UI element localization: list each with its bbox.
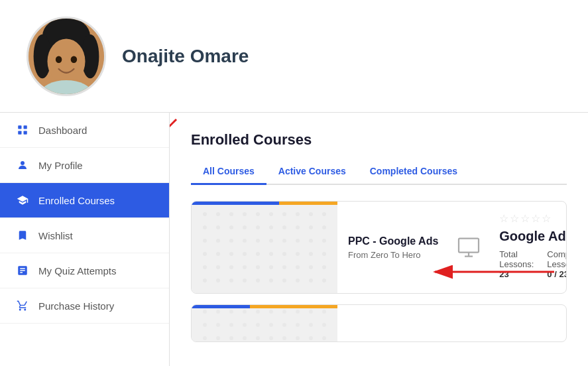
star-5: ☆ bbox=[542, 212, 551, 225]
total-lessons: Total Lessons: 23 bbox=[499, 249, 534, 279]
svg-rect-8 bbox=[18, 125, 21, 129]
grid-icon bbox=[16, 123, 29, 137]
svg-point-7 bbox=[71, 56, 78, 62]
svg-point-4 bbox=[48, 38, 86, 84]
course-name-right: Google Ads bbox=[499, 229, 567, 244]
tab-active-courses[interactable]: Active Courses bbox=[266, 159, 358, 185]
svg-point-12 bbox=[21, 161, 25, 165]
avatar bbox=[27, 17, 106, 96]
sidebar-item-label: Enrolled Courses bbox=[38, 195, 115, 206]
course-meta: Total Lessons: 23 Completed Lessons: 0 /… bbox=[499, 249, 567, 279]
sidebar-item-my-quiz-attempts[interactable]: My Quiz Attempts bbox=[0, 253, 169, 288]
sidebar-item-enrolled-courses[interactable]: Enrolled Courses bbox=[0, 183, 169, 218]
completed-lessons: Completed Lessons: 0 / 23 bbox=[547, 249, 567, 279]
sidebar-item-label: My Profile bbox=[38, 160, 83, 171]
graduation-icon bbox=[16, 194, 29, 207]
star-3: ☆ bbox=[520, 212, 530, 225]
bookmark-icon bbox=[16, 229, 29, 242]
header: Onajite Omare bbox=[0, 0, 588, 113]
sidebar-item-purchase-history[interactable]: Purchase History bbox=[0, 288, 169, 324]
course-thumbnail-2 bbox=[192, 305, 337, 341]
course-thumbnail bbox=[192, 202, 337, 293]
star-4: ☆ bbox=[531, 212, 540, 225]
progress-bar-top bbox=[192, 202, 337, 205]
sidebar-item-label: Wishlist bbox=[38, 230, 73, 241]
sidebar-item-wishlist[interactable]: Wishlist bbox=[0, 218, 169, 253]
svg-point-6 bbox=[56, 56, 62, 62]
course-card-partial bbox=[191, 304, 567, 342]
svg-rect-16 bbox=[198, 208, 331, 287]
course-card: PPC - Google Ads From Zero To Hero ☆ ☆ ☆… bbox=[191, 201, 567, 294]
sidebar-item-dashboard[interactable]: Dashboard bbox=[0, 113, 169, 148]
sidebar-item-label: My Quiz Attempts bbox=[38, 265, 117, 276]
tab-all-courses[interactable]: All Courses bbox=[191, 159, 266, 185]
sidebar-item-label: Purchase History bbox=[38, 300, 114, 312]
quiz-icon bbox=[16, 264, 29, 277]
course-subtitle: From Zero To Hero bbox=[348, 250, 438, 260]
user-icon bbox=[16, 158, 29, 172]
course-info-left: PPC - Google Ads From Zero To Hero bbox=[337, 202, 449, 293]
course-info-right: ☆ ☆ ☆ ☆ ☆ Google Ads Total Lessons: 23 C… bbox=[489, 202, 567, 293]
presentation-icon bbox=[449, 202, 489, 293]
svg-rect-17 bbox=[459, 239, 479, 253]
cart-icon bbox=[16, 299, 29, 312]
main-layout: Dashboard My Profile Enrolled Courses bbox=[0, 113, 588, 366]
svg-rect-21 bbox=[198, 305, 331, 341]
content-area: Enrolled Courses All Courses Active Cour… bbox=[170, 113, 588, 366]
tab-completed-courses[interactable]: Completed Courses bbox=[358, 159, 469, 185]
tabs-bar: All Courses Active Courses Completed Cou… bbox=[191, 159, 567, 185]
svg-rect-9 bbox=[24, 125, 27, 129]
user-name: Onajite Omare bbox=[122, 46, 249, 67]
course-title: PPC - Google Ads bbox=[348, 235, 438, 247]
sidebar-item-label: Dashboard bbox=[38, 125, 87, 136]
sidebar-item-my-profile[interactable]: My Profile bbox=[0, 148, 169, 183]
star-1: ☆ bbox=[499, 212, 508, 225]
sidebar: Dashboard My Profile Enrolled Courses bbox=[0, 113, 170, 366]
svg-rect-11 bbox=[24, 131, 27, 135]
svg-rect-10 bbox=[18, 131, 21, 135]
section-title: Enrolled Courses bbox=[191, 131, 567, 149]
star-2: ☆ bbox=[510, 212, 519, 225]
star-rating: ☆ ☆ ☆ ☆ ☆ bbox=[499, 212, 567, 225]
